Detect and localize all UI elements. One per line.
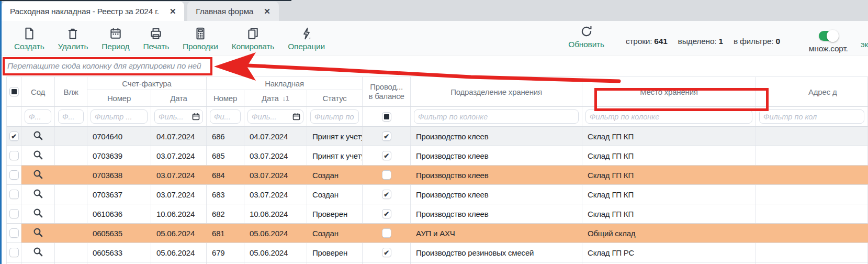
close-icon[interactable]: ✕ (170, 7, 176, 16)
row-select-cell (7, 204, 21, 223)
button-label: Создать (14, 42, 44, 51)
magnifier-icon[interactable] (33, 247, 43, 258)
toolbar: Создать Удалить Период Печать Проводки К… (0, 21, 868, 56)
cell-address (756, 204, 868, 223)
column-header-vlzh[interactable]: Влж (55, 77, 87, 106)
group-header-invoice: Счет-фактура (87, 77, 207, 90)
column-header-balance[interactable]: Провод... в балансе (363, 77, 411, 106)
filter-input-invoice-number[interactable] (91, 109, 148, 124)
magnifier-icon[interactable] (33, 189, 43, 200)
trash-icon (66, 27, 80, 42)
copy-button[interactable]: Копировать (225, 21, 281, 55)
filter-input-department[interactable] (414, 109, 579, 124)
filter-input-address[interactable] (759, 109, 864, 124)
button-label: Проводки (183, 42, 218, 51)
tab-registry-2024[interactable]: Расходная накладная - Реестр за 2024 г. … (2, 2, 184, 21)
table-row[interactable]: 060563505.06.202468105.06.2024СозданАУП … (6, 224, 868, 243)
toolbar-left: Создать Удалить Период Печать Проводки К… (0, 21, 332, 55)
filter-input-status[interactable] (310, 109, 359, 124)
row-select-checkbox[interactable]: ✔ (9, 131, 19, 141)
filter-input-vlzh[interactable] (58, 109, 84, 124)
cell-waybill-number: 683 (207, 185, 244, 204)
column-header-department[interactable]: Подразделение хранения (411, 77, 582, 106)
balance-filter-checkbox[interactable] (382, 112, 391, 122)
create-button[interactable]: Создать (7, 21, 51, 55)
cell-balance: ✔ (363, 204, 411, 223)
magnifier-icon[interactable] (33, 130, 43, 142)
cell-waybill-date: 10.06.2024 (244, 204, 307, 223)
cell-waybill-number: 681 (207, 224, 244, 243)
column-header-status[interactable]: Статус (307, 90, 363, 106)
calendar-icon[interactable] (292, 113, 300, 120)
button-label: Печать (143, 42, 169, 51)
balance-checkbox[interactable]: ✔ (382, 209, 391, 218)
column-header-storage[interactable]: Место хранения (582, 77, 756, 106)
cell-status: Проверен (307, 243, 363, 262)
tab-main-form[interactable]: Главная форма ✕ (187, 2, 278, 21)
row-open-cell (21, 166, 55, 184)
balance-checkbox[interactable]: ✔ (382, 151, 391, 160)
select-all-checkbox[interactable] (9, 87, 19, 96)
data-table: Сод Влж Счет-фактура Накладная Провод...… (6, 76, 868, 264)
table-row[interactable]: 070363703.07.202468303.07.2024Создан✔Про… (6, 185, 868, 204)
print-button[interactable]: Печать (136, 21, 176, 55)
row-select-checkbox[interactable] (9, 151, 19, 160)
filter-cell-select (7, 107, 21, 126)
magnifier-icon[interactable] (33, 169, 43, 181)
lightning-icon (300, 27, 313, 42)
balance-checkbox[interactable]: ✔ (382, 131, 391, 141)
balance-checkbox[interactable]: ✔ (382, 190, 391, 199)
close-icon[interactable]: ✕ (264, 7, 270, 16)
filter-input-waybill-number[interactable] (210, 109, 241, 124)
calendar-icon[interactable] (192, 113, 200, 120)
filter-cell-storage (582, 107, 756, 126)
column-header-invoice-number[interactable]: Номер (87, 90, 151, 106)
column-header-invoice-date[interactable]: Дата (151, 90, 207, 106)
export-button[interactable]: эк (861, 40, 868, 49)
cell-storage: Склад ГП КП (582, 127, 756, 146)
row-counters: строки:641 выделено:1 в фильтре:0 (626, 37, 780, 46)
cell-waybill-date: 03.07.2024 (244, 166, 307, 184)
magnifier-icon[interactable] (33, 208, 43, 219)
column-header-sod[interactable]: Сод (21, 77, 55, 106)
postings-button[interactable]: Проводки (176, 21, 225, 55)
cell-invoice-date: 03.07.2024 (151, 146, 207, 165)
filter-input-storage[interactable] (585, 109, 752, 124)
table-row[interactable]: 070363803.07.202468403.07.2024СозданПрои… (6, 166, 868, 185)
column-header-waybill-date[interactable]: Дата ↓1 (244, 90, 307, 106)
table-row[interactable]: ✔070464004.07.202468604.07.2024Принят к … (6, 127, 868, 146)
column-header-waybill-number[interactable]: Номер (207, 90, 244, 106)
period-button[interactable]: Период (95, 21, 136, 55)
cell-vlzh (55, 243, 87, 262)
filter-input-sod[interactable] (25, 109, 51, 124)
cell-invoice-date: 03.07.2024 (151, 166, 207, 184)
magnifier-icon[interactable] (33, 227, 43, 239)
button-label: Операции (288, 42, 325, 51)
balance-checkbox[interactable] (382, 228, 391, 238)
cell-waybill-number: 685 (207, 146, 244, 165)
balance-checkbox[interactable]: ✔ (382, 248, 391, 257)
row-select-checkbox[interactable] (9, 190, 19, 199)
row-select-checkbox[interactable] (9, 209, 19, 218)
column-header-address[interactable]: Адрес д (756, 77, 868, 106)
table-row[interactable]: 070363903.07.202468503.07.2024Принят к у… (6, 146, 868, 166)
operations-button[interactable]: Операции (281, 21, 332, 55)
refresh-button[interactable]: Обновить (561, 21, 611, 53)
cell-department: Производство клеев (411, 127, 582, 146)
magnifier-icon[interactable] (33, 150, 43, 161)
row-select-checkbox[interactable] (9, 228, 19, 238)
table-row[interactable]: 060563305.06.202467905.06.2024Проверен✔П… (6, 243, 868, 262)
multisort-toggle[interactable] (819, 31, 838, 41)
row-open-cell (21, 204, 55, 223)
filter-cell-department (411, 107, 582, 126)
delete-button[interactable]: Удалить (51, 21, 95, 55)
row-open-cell (21, 127, 55, 146)
group-by-bar[interactable]: Перетащите сюда колонку для группировки … (0, 56, 868, 76)
table-row[interactable]: 061063610.06.202468210.06.2024Проверен✔П… (6, 204, 868, 224)
row-select-checkbox[interactable] (9, 248, 19, 257)
row-open-cell (21, 243, 55, 262)
row-select-checkbox[interactable] (9, 170, 19, 180)
balance-checkbox[interactable] (382, 170, 391, 180)
calculator-icon (194, 27, 207, 42)
filter-cell-sod (21, 107, 55, 126)
